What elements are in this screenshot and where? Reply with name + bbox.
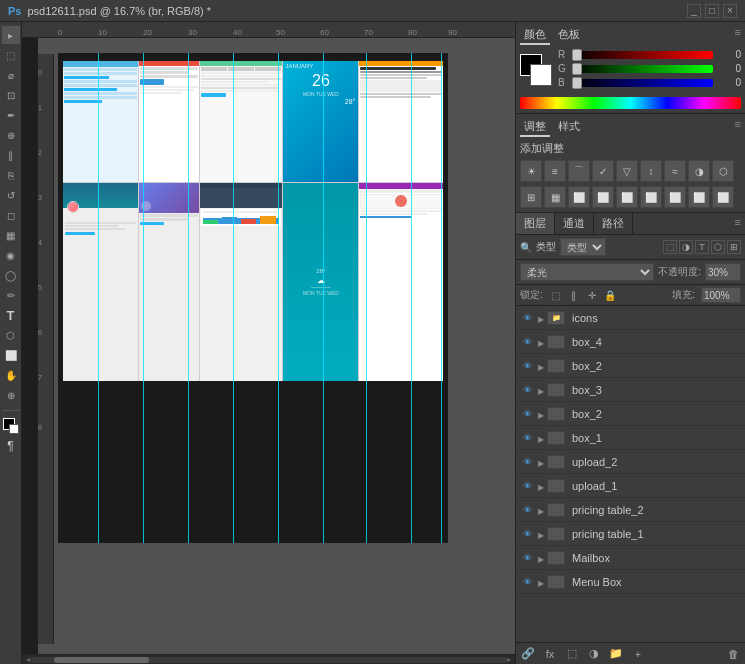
layer-item-icons[interactable]: 👁 ▶ 📁 icons: [516, 306, 745, 330]
eraser-tool[interactable]: ◻: [2, 206, 20, 224]
shape-tool[interactable]: ⬜: [2, 346, 20, 364]
blur-tool[interactable]: ◉: [2, 246, 20, 264]
style-tab[interactable]: 样式: [554, 118, 584, 137]
history-tool[interactable]: ↺: [2, 186, 20, 204]
gradient-map-icon[interactable]: ⬜: [640, 186, 662, 208]
swatches-tab[interactable]: 色板: [554, 26, 584, 45]
scroll-right[interactable]: ▸: [507, 655, 511, 664]
layer-expand-box4[interactable]: ▶: [538, 336, 543, 348]
green-slider-track[interactable]: [572, 65, 713, 73]
eye-icon-box4[interactable]: 👁: [520, 335, 534, 349]
path-tool[interactable]: ⬡: [2, 326, 20, 344]
fg-bg-swatches[interactable]: [520, 54, 552, 86]
colorlookup-icon[interactable]: ▦: [544, 186, 566, 208]
layer-item-mailbox[interactable]: 👁 ▶ Mailbox: [516, 546, 745, 570]
brush-tool[interactable]: ∥: [2, 146, 20, 164]
green-slider-thumb[interactable]: [572, 63, 582, 75]
layer-expand-menubox[interactable]: ▶: [538, 576, 543, 588]
eye-icon-upload1[interactable]: 👁: [520, 479, 534, 493]
heal-tool[interactable]: ⊕: [2, 126, 20, 144]
color-spectrum[interactable]: [520, 97, 741, 109]
blend-mode-select[interactable]: 柔光: [520, 263, 654, 281]
layer-item-upload1[interactable]: 👁 ▶ upload_1: [516, 474, 745, 498]
red-slider-track[interactable]: [572, 51, 713, 59]
invert-icon[interactable]: ⬜: [568, 186, 590, 208]
delete-layer-icon[interactable]: 🗑: [725, 646, 741, 662]
lock-paint-icon[interactable]: ∥: [567, 288, 581, 302]
layer-item-pricing1[interactable]: 👁 ▶ pricing table_1: [516, 522, 745, 546]
lock-all-icon[interactable]: 🔒: [603, 288, 617, 302]
layer-item-pricing2[interactable]: 👁 ▶ pricing table_2: [516, 498, 745, 522]
adjustment-icon[interactable]: ◑: [586, 646, 602, 662]
hand-tool[interactable]: ✋: [2, 366, 20, 384]
color-panel-menu[interactable]: ≡: [735, 26, 741, 45]
layer-expand-box2b[interactable]: ▶: [538, 408, 543, 420]
eye-icon-box1[interactable]: 👁: [520, 431, 534, 445]
document-area[interactable]: 0 1 2 3 4 5 6 7 8: [38, 38, 515, 664]
new-layer-icon[interactable]: +: [630, 646, 646, 662]
type-tool[interactable]: T: [2, 306, 20, 324]
fill-input[interactable]: 100%: [701, 287, 741, 303]
channels-tab[interactable]: 通道: [555, 213, 594, 234]
crop-tool[interactable]: ⊡: [2, 86, 20, 104]
layer-item-box4[interactable]: 👁 ▶ box_4: [516, 330, 745, 354]
layer-item-menubox[interactable]: 👁 ▶ Menu Box: [516, 570, 745, 594]
select-tool[interactable]: ⬚: [2, 46, 20, 64]
eye-icon-icons[interactable]: 👁: [520, 311, 534, 325]
bw-icon[interactable]: ◑: [688, 160, 710, 182]
scrollbar-thumb[interactable]: [54, 657, 149, 663]
filter-shape-icon[interactable]: ⬡: [711, 240, 725, 254]
red-slider-thumb[interactable]: [572, 49, 582, 61]
paths-tab[interactable]: 路径: [594, 213, 633, 234]
filter-smart-icon[interactable]: ⊞: [727, 240, 741, 254]
dodge-tool[interactable]: ◯: [2, 266, 20, 284]
adjust-panel-menu[interactable]: ≡: [735, 118, 741, 137]
eye-icon-pricing2[interactable]: 👁: [520, 503, 534, 517]
scrollbar-track[interactable]: [30, 657, 507, 663]
move-tool[interactable]: ▸: [2, 26, 20, 44]
close-button[interactable]: ×: [723, 4, 737, 18]
solid-color-icon[interactable]: ⬜: [688, 186, 710, 208]
layer-item-upload2[interactable]: 👁 ▶ upload_2: [516, 450, 745, 474]
background-swatch[interactable]: [530, 64, 552, 86]
layer-expand-pricing1[interactable]: ▶: [538, 528, 543, 540]
layer-expand-box2a[interactable]: ▶: [538, 360, 543, 372]
paragraph-icon[interactable]: ¶: [2, 437, 20, 455]
mask-icon[interactable]: ⬚: [564, 646, 580, 662]
pen-tool[interactable]: ✏: [2, 286, 20, 304]
eye-icon-mailbox[interactable]: 👁: [520, 551, 534, 565]
link-layers-icon[interactable]: 🔗: [520, 646, 536, 662]
brightness-icon[interactable]: ☀: [520, 160, 542, 182]
blue-slider-thumb[interactable]: [572, 77, 582, 89]
layer-item-box3[interactable]: 👁 ▶ box_3: [516, 378, 745, 402]
color-tab[interactable]: 颜色: [520, 26, 550, 45]
lasso-tool[interactable]: ⌀: [2, 66, 20, 84]
colorbalance-icon[interactable]: ≈: [664, 160, 686, 182]
layer-expand-pricing2[interactable]: ▶: [538, 504, 543, 516]
posterize-icon[interactable]: ⬜: [592, 186, 614, 208]
layers-panel-menu[interactable]: ≡: [731, 213, 745, 234]
levels-icon[interactable]: ≡: [544, 160, 566, 182]
vibrance-icon[interactable]: ▽: [616, 160, 638, 182]
threshold-icon[interactable]: ⬜: [616, 186, 638, 208]
layers-tab[interactable]: 图层: [516, 213, 555, 234]
adjust-tab[interactable]: 调整: [520, 118, 550, 137]
selective-color-icon[interactable]: ⬜: [664, 186, 686, 208]
hsl-icon[interactable]: ↕: [640, 160, 662, 182]
lock-pixel-icon[interactable]: ⬚: [549, 288, 563, 302]
opacity-input[interactable]: 30%: [705, 263, 741, 281]
layer-item-box2a[interactable]: 👁 ▶ box_2: [516, 354, 745, 378]
zoom-tool[interactable]: ⊕: [2, 386, 20, 404]
gradient-tool[interactable]: ▦: [2, 226, 20, 244]
eyedropper-tool[interactable]: ✒: [2, 106, 20, 124]
clone-tool[interactable]: ⎘: [2, 166, 20, 184]
blue-slider-track[interactable]: [572, 79, 713, 87]
eye-icon-box2a[interactable]: 👁: [520, 359, 534, 373]
photofilter-icon[interactable]: ⬡: [712, 160, 734, 182]
layer-expand-icons[interactable]: ▶: [538, 312, 543, 324]
canvas-area[interactable]: 0 10 20 30 40 50 60 70 80 90 0 1 2 3 4 5: [22, 22, 515, 664]
filter-pixel-icon[interactable]: ⬚: [663, 240, 677, 254]
lock-move-icon[interactable]: ✛: [585, 288, 599, 302]
layer-expand-box3[interactable]: ▶: [538, 384, 543, 396]
maximize-button[interactable]: □: [705, 4, 719, 18]
